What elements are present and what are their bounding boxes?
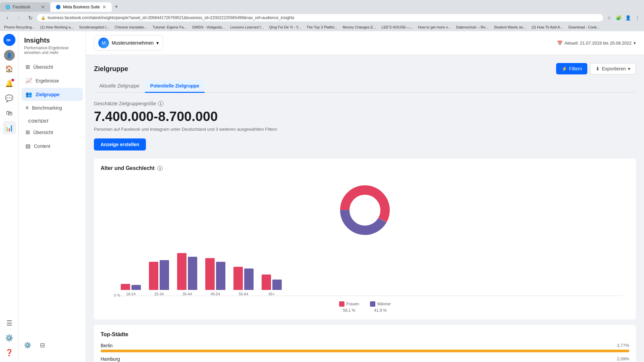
bookmark-11[interactable]: How to get more v... bbox=[417, 24, 452, 30]
city-berlin-pct: 3,77% bbox=[617, 343, 629, 348]
bar-group-45-54: 45-54 bbox=[205, 258, 225, 296]
profile-icon[interactable]: 👤 bbox=[624, 14, 632, 22]
facebook-tab-close[interactable]: ✕ bbox=[41, 4, 45, 10]
tab-aktuelle[interactable]: Aktuelle Zielgruppe bbox=[94, 80, 145, 93]
bookmark-5[interactable]: GMSN - Volagoda... bbox=[191, 24, 226, 30]
svg-point-4 bbox=[350, 195, 380, 225]
age-gender-title: Alter und Geschlecht ℹ bbox=[101, 165, 629, 171]
city-row-hamburg: Hamburg 2,09% bbox=[101, 356, 629, 362]
donut-chart-svg bbox=[335, 180, 395, 240]
bar-maenner-55-64 bbox=[244, 268, 254, 290]
company-name: Musterunternehmen bbox=[112, 40, 154, 46]
bar-group-55-64: 55-64 bbox=[233, 267, 254, 296]
header-actions: ⚡ Filtern ⬇ Exportieren ▾ bbox=[556, 63, 636, 74]
company-selector[interactable]: M Musterunternehmen ▾ bbox=[94, 35, 163, 51]
bookmark-4[interactable]: Tutorial: Eigene Fa... bbox=[151, 24, 188, 30]
sidebar-footer-settings[interactable]: ⚙️ bbox=[21, 339, 34, 351]
bookmark-6[interactable]: Lessons Learned f... bbox=[229, 24, 265, 30]
estimated-size-desc: Personen auf Facebook und Instagram unte… bbox=[94, 127, 636, 132]
bar-group-inner-65+ bbox=[262, 275, 282, 290]
date-range-chevron: ▾ bbox=[634, 41, 636, 46]
frauen-pct: 58,1 % bbox=[343, 308, 355, 313]
sidebar-item-uebersicht[interactable]: ⊞ Übersicht bbox=[21, 60, 83, 73]
star-icon[interactable]: ☆ bbox=[605, 14, 613, 22]
menu-icon[interactable]: ⋮ bbox=[633, 14, 641, 22]
sidebar-nav: ⊞ Übersicht 📈 Ergebnisse 👥 Zielgruppe ≡ … bbox=[19, 60, 86, 153]
bookmark-1[interactable]: (1) How Working a... bbox=[39, 24, 75, 30]
bookmark-12[interactable]: Datenschutz – Re... bbox=[455, 24, 490, 30]
bookmark-3[interactable]: Chinese translatio... bbox=[113, 24, 149, 30]
app-title: Insights bbox=[24, 37, 80, 44]
create-ad-button[interactable]: Anzeige erstellen bbox=[94, 138, 146, 150]
analytics-icon-btn[interactable]: 📊 bbox=[3, 121, 16, 134]
back-button[interactable]: ‹ bbox=[3, 13, 12, 22]
filter-icon: ⚡ bbox=[561, 66, 567, 71]
refresh-button[interactable]: ↻ bbox=[25, 13, 35, 22]
frauen-label: Frauen bbox=[346, 302, 359, 306]
sidebar-footer-layout[interactable]: ⊟ bbox=[36, 339, 48, 351]
shop-icon-btn[interactable]: 🛍 bbox=[3, 106, 16, 120]
menu-icon-btn[interactable]: ☰ bbox=[3, 316, 16, 330]
bookmark-15[interactable]: Download - Cook... bbox=[567, 24, 601, 30]
date-range-selector[interactable]: 📅 Aktuell: 21.07.2019 bis 20.08.2022 ▾ bbox=[557, 41, 636, 46]
top-cities-section: Top-Städte Berlin 3,77% Hamburg bbox=[94, 325, 636, 362]
benchmarking-icon: ≡ bbox=[25, 105, 29, 111]
bar-frauen-18-24 bbox=[121, 284, 130, 290]
url-text: business.facebook.com/latest/insights/pe… bbox=[48, 15, 294, 20]
svg-text:∞: ∞ bbox=[6, 37, 11, 43]
section-header: Zielgruppe ⚡ Filtern ⬇ Exportieren ▾ bbox=[94, 63, 636, 74]
zielgruppe-icon: 👥 bbox=[25, 91, 32, 98]
extensions-icon[interactable]: 🧩 bbox=[614, 14, 623, 22]
sidebar-item-content-uebersicht[interactable]: ⊞ Übersicht bbox=[21, 126, 83, 139]
sidebar-item-benchmarking[interactable]: ≡ Benchmarking bbox=[21, 102, 83, 114]
sidebar-item-content-content[interactable]: ▤ Content bbox=[21, 139, 83, 153]
sidebar-item-zielgruppe[interactable]: 👥 Zielgruppe bbox=[21, 88, 83, 101]
filter-button[interactable]: ⚡ Filtern bbox=[556, 63, 588, 74]
bookmark-10[interactable]: LEE'S HOUSE—... bbox=[380, 24, 414, 30]
bookmark-14[interactable]: (2) How To Add A... bbox=[530, 24, 565, 30]
sidebar-footer: ⚙️ ⊟ bbox=[19, 334, 86, 357]
new-tab-button[interactable]: + bbox=[112, 2, 121, 12]
sidebar-header: Insights Performance-Ergebnisse einsehen… bbox=[19, 37, 86, 60]
ergebnisse-icon: 📈 bbox=[25, 77, 32, 84]
estimated-size-section: Geschätzte Zielgruppengröße ℹ 7.400.000-… bbox=[94, 101, 636, 150]
bar-maenner-65+ bbox=[272, 280, 282, 290]
maenner-pct: 41,9 % bbox=[374, 308, 386, 313]
home-icon-btn[interactable]: 🏠 bbox=[3, 62, 16, 75]
help-icon-btn[interactable]: ❓ bbox=[3, 346, 16, 359]
export-button[interactable]: ⬇ Exportieren ▾ bbox=[590, 63, 636, 74]
facebook-tab-title: Facebook bbox=[13, 5, 38, 9]
bookmark-9[interactable]: Money Changes E... bbox=[341, 24, 378, 30]
age-gender-chart-section: Alter und Geschlecht ℹ bbox=[94, 159, 636, 319]
browser-tab-meta[interactable]: 🔵 Meta Business Suite ✕ bbox=[50, 2, 112, 12]
city-berlin-header: Berlin 3,77% bbox=[101, 343, 629, 348]
legend-maenner: Männer 41,9 % bbox=[370, 301, 391, 313]
meta-tab-close[interactable]: ✕ bbox=[102, 4, 106, 10]
bookmark-13[interactable]: Student Wants an... bbox=[492, 24, 527, 30]
browser-tab-facebook[interactable]: 🌐 Facebook ✕ bbox=[0, 2, 50, 12]
forward-button[interactable]: › bbox=[14, 13, 23, 22]
notification-icon-btn[interactable]: 🔔 bbox=[3, 77, 16, 90]
sidebar-item-ergebnisse[interactable]: 📈 Ergebnisse bbox=[21, 74, 83, 87]
age-gender-info-icon[interactable]: ℹ bbox=[157, 166, 163, 171]
messages-icon-btn[interactable]: 💬 bbox=[3, 92, 16, 105]
city-row-berlin: Berlin 3,77% bbox=[101, 343, 629, 352]
bookmark-8[interactable]: The Top 3 Platfor... bbox=[305, 24, 339, 30]
user-avatar[interactable]: 👤 bbox=[4, 50, 15, 61]
main-content: Insights Performance-Ergebnisse einsehen… bbox=[19, 31, 644, 362]
bookmark-7[interactable]: Qing Fei De Yi - Y... bbox=[268, 24, 303, 30]
calendar-icon: 📅 bbox=[557, 41, 562, 46]
estimated-size-value: 7.400.000-8.700.000 bbox=[94, 109, 636, 124]
legend-frauen: Frauen 58,1 % bbox=[339, 301, 359, 313]
settings-icon-btn[interactable]: ⚙️ bbox=[3, 331, 16, 345]
sidebar-label-benchmarking: Benchmarking bbox=[32, 105, 62, 111]
address-bar[interactable]: 🔒 business.facebook.com/latest/insights/… bbox=[37, 14, 603, 21]
bookmark-2[interactable]: Sonderangebot l... bbox=[78, 24, 111, 30]
page-title: Zielgruppe bbox=[94, 65, 128, 73]
app-container: ∞ 👤 🏠 🔔 💬 🛍 📊 ☰ ⚙️ ❓ Insights Performanc… bbox=[0, 31, 644, 362]
estimated-size-info-icon[interactable]: ℹ bbox=[158, 101, 163, 106]
meta-logo: ∞ bbox=[3, 34, 15, 46]
bookmark-0[interactable]: Phone Recycling... bbox=[3, 24, 36, 30]
tab-potenzielle[interactable]: Potentielle Zielgruppe bbox=[145, 80, 205, 93]
content-area: M Musterunternehmen ▾ 📅 Aktuell: 21.07.2… bbox=[86, 31, 644, 362]
